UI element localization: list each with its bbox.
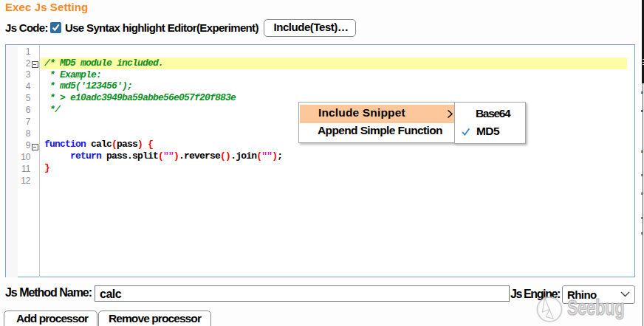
svg-text:Seebug: Seebug — [567, 296, 624, 319]
